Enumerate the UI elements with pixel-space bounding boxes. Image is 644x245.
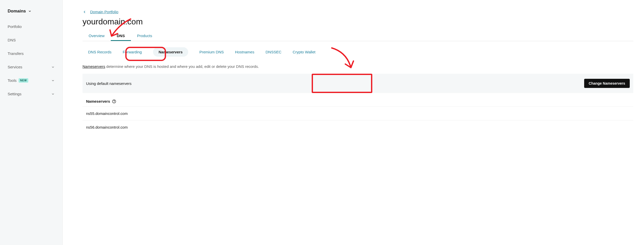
nameserver-status-panel: Using default nameservers Change Nameser… [83, 74, 633, 93]
description-rest: determine where your DNS is hosted and w… [105, 64, 259, 69]
chevron-down-icon [51, 79, 55, 82]
description-link[interactable]: Nameservers [83, 64, 105, 69]
nameservers-description: Nameservers determine where your DNS is … [83, 64, 633, 69]
sidebar-header-domains[interactable]: Domains [0, 9, 62, 20]
sidebar: Domains Portfolio DNS Transfers Services… [0, 0, 63, 245]
status-text: Using default nameservers [86, 81, 131, 86]
tab-products[interactable]: Products [131, 30, 158, 41]
sidebar-header-label: Domains [8, 9, 26, 14]
subtab-crypto-wallet[interactable]: Crypto Wallet [293, 50, 315, 54]
sidebar-item-services[interactable]: Services [0, 60, 62, 74]
subtab-dnssec[interactable]: DNSSEC [266, 50, 282, 54]
tab-dns[interactable]: DNS [111, 30, 131, 41]
sidebar-item-dns[interactable]: DNS [0, 33, 62, 47]
subtab-premium-dns[interactable]: Premium DNS [199, 50, 224, 54]
nameserver-row: ns56.domaincontrol.com [83, 120, 633, 134]
section-title: Nameservers [86, 99, 110, 103]
chevron-left-icon[interactable] [83, 10, 87, 14]
sidebar-item-label: Services [8, 65, 22, 69]
sidebar-item-tools[interactable]: Tools NEW [0, 74, 62, 87]
svg-point-1 [114, 102, 114, 102]
nameserver-row: ns55.domaincontrol.com [83, 106, 633, 120]
chevron-down-icon [28, 9, 32, 13]
sidebar-item-label: Portfolio [8, 24, 22, 29]
page-title: yourdomain.com [83, 17, 644, 26]
sidebar-item-settings[interactable]: Settings [0, 87, 62, 101]
subtab-dns-records[interactable]: DNS Records [88, 50, 112, 54]
sidebar-item-portfolio[interactable]: Portfolio [0, 20, 62, 33]
breadcrumb: Domain Portfolio [83, 10, 644, 14]
sidebar-item-label: Transfers [8, 51, 24, 56]
nameservers-section-header: Nameservers [83, 93, 633, 106]
sidebar-item-label: Tools [8, 78, 17, 83]
sidebar-item-label: DNS [8, 38, 16, 42]
new-badge: NEW [19, 78, 28, 83]
breadcrumb-link[interactable]: Domain Portfolio [90, 10, 118, 14]
help-icon[interactable] [112, 99, 116, 103]
change-nameservers-button[interactable]: Change Nameservers [584, 79, 630, 88]
main-content: Domain Portfolio yourdomain.com Overview… [63, 0, 644, 245]
sidebar-item-label: Settings [8, 92, 21, 96]
chevron-down-icon [51, 92, 55, 96]
subtab-hostnames[interactable]: Hostnames [235, 50, 254, 54]
main-tabs: Overview DNS Products [83, 30, 633, 41]
subtab-nameservers[interactable]: Nameservers [153, 47, 188, 57]
subtab-forwarding[interactable]: Forwarding [123, 50, 142, 54]
sub-tabs: DNS Records Forwarding Nameservers Premi… [83, 41, 644, 63]
chevron-down-icon [51, 65, 55, 69]
tab-overview[interactable]: Overview [83, 30, 111, 41]
sidebar-item-transfers[interactable]: Transfers [0, 47, 62, 60]
